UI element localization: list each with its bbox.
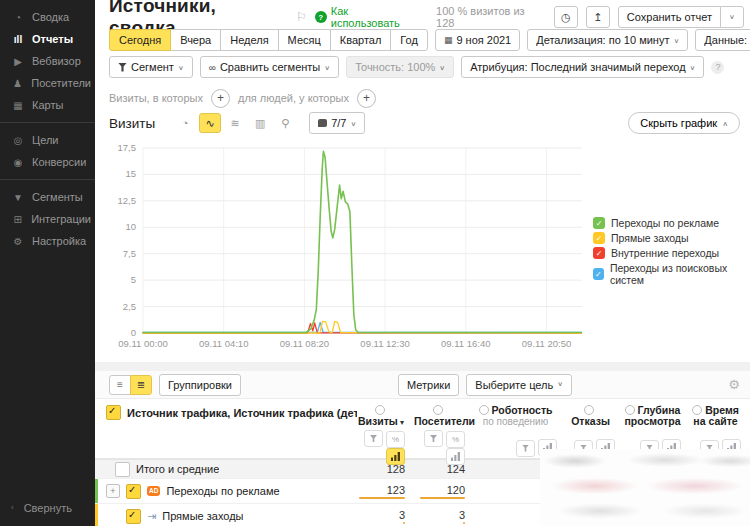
metric-radio-icon[interactable] — [433, 405, 443, 415]
legend-checkbox-icon[interactable] — [593, 232, 605, 244]
column-header-1[interactable]: Визиты ▾ — [357, 405, 414, 428]
goal-select-button[interactable]: Выберите цель ∨ — [466, 374, 572, 396]
filter-funnel-icon[interactable] — [516, 440, 535, 457]
funnel-icon — [118, 63, 127, 72]
filter-funnel-icon[interactable] — [364, 430, 383, 447]
metrics-button[interactable]: Метрики — [398, 374, 459, 396]
annotations-button[interactable]: 7/7 ∨ — [309, 112, 365, 134]
legend-item[interactable]: Внутренние переходы — [593, 247, 750, 259]
cell-1: 3 — [357, 509, 414, 524]
metric-radio-icon[interactable] — [692, 405, 702, 415]
report-icon: ıll — [11, 34, 25, 45]
line-chart-icon[interactable]: ∿ — [199, 113, 221, 133]
row-label-cell: ⇥Прямые заходы — [98, 509, 357, 524]
legend-checkbox-icon[interactable] — [593, 217, 605, 229]
column-header-4[interactable]: Отказы — [566, 405, 624, 427]
dimension-header-label: Источник трафика, Источник трафика (дета… — [127, 407, 357, 419]
sidebar-item-visitors[interactable]: ♟Посетители — [0, 72, 95, 94]
sidebar-item-report[interactable]: ıllОтчеты — [0, 28, 95, 50]
sidebar-item-segments[interactable]: ▼Сегменты — [0, 186, 95, 208]
tab-квартал[interactable]: Квартал — [330, 29, 392, 51]
column-header-2[interactable]: Посетители — [414, 405, 474, 427]
direct-visits-icon: ⇥ — [147, 510, 156, 523]
filter-funnel-icon[interactable] — [424, 430, 443, 447]
area-chart-icon[interactable]: ≋ — [224, 113, 246, 133]
blurred-metrics-region — [540, 449, 750, 526]
tab-сегодня[interactable]: Сегодня — [109, 29, 171, 51]
legend-label: Внутренние переходы — [611, 247, 719, 259]
column-header-5[interactable]: Глубина просмотра — [624, 405, 690, 427]
percent-icon[interactable]: % — [386, 431, 405, 448]
metric-radio-icon[interactable] — [625, 405, 635, 415]
metric-radio-icon[interactable] — [479, 405, 489, 415]
metric-radio-icon[interactable] — [584, 405, 594, 415]
pie-chart-icon[interactable]: ◔ — [174, 113, 196, 133]
sidebar-item-conversions[interactable]: ◉Конверсии — [0, 151, 95, 173]
data-mode-select[interactable]: Данные: с роботами ∨ — [695, 29, 750, 51]
tab-вчера[interactable]: Вчера — [170, 29, 221, 51]
column-header-6[interactable]: Время на сайте — [690, 405, 750, 427]
select-all-checkbox[interactable] — [106, 405, 121, 420]
legend-item[interactable]: Переходы по рекламе — [593, 217, 750, 229]
export-button[interactable]: ↥ — [586, 6, 610, 28]
sidebar-item-goals[interactable]: ◎Цели — [0, 129, 95, 151]
row-checkbox[interactable] — [115, 462, 130, 477]
how-to-use-link[interactable]: ? Как использовать — [315, 5, 420, 29]
table-settings-gear-icon[interactable]: ⚙ — [728, 377, 740, 392]
tree-view-button[interactable]: ≣ — [130, 375, 152, 395]
tab-неделя[interactable]: Неделя — [220, 29, 278, 51]
sort-desc-icon: ▾ — [398, 418, 404, 427]
segment-button[interactable]: Сегмент ∨ — [109, 56, 193, 78]
sidebar-item-gauge[interactable]: ◔Сводка — [0, 6, 95, 28]
detail-select[interactable]: Детализация: по 10 минут ∨ — [527, 29, 688, 51]
schedule-clock-button[interactable]: ◷ — [554, 6, 578, 28]
row-checkbox[interactable] — [126, 509, 141, 524]
help-badge-icon: ? — [315, 11, 327, 23]
compare-segments-button[interactable]: ∞ Сравнить сегменты ∨ — [200, 56, 339, 78]
tab-год[interactable]: Год — [390, 29, 428, 51]
flat-list-view-button[interactable]: ≡ — [109, 375, 131, 395]
sidebar-collapse-button[interactable]: ‹ Свернуть — [11, 502, 72, 514]
accuracy-select[interactable]: Точность: 100% ∨ — [346, 56, 454, 78]
pin-chart-icon[interactable]: ⚲ — [274, 113, 296, 133]
segments-icon: ▼ — [11, 192, 25, 203]
chevron-up-icon: ∧ — [722, 119, 728, 126]
add-people-filter-button[interactable]: + — [357, 89, 376, 108]
column-header-3[interactable]: Роботностьпо поведению — [474, 405, 566, 427]
sidebar-item-integrations[interactable]: ⊞Интеграции — [0, 208, 95, 230]
row-checkbox[interactable] — [126, 484, 141, 499]
legend-checkbox-icon[interactable] — [593, 268, 604, 280]
save-report-dropdown-button[interactable]: ∨ — [720, 6, 744, 28]
groupings-button[interactable]: Группировки — [159, 374, 241, 396]
expand-button[interactable]: + — [106, 484, 120, 498]
svg-text:2,5: 2,5 — [123, 301, 136, 312]
sidebar-item-maps[interactable]: ▦Карты — [0, 94, 95, 116]
sidebar: ◔СводкаıllОтчеты▶Вебвизор♟Посетители▦Кар… — [0, 0, 95, 526]
annotations-count: 7/7 — [331, 117, 346, 129]
legend-checkbox-icon[interactable] — [593, 247, 605, 259]
how-to-use-label: Как использовать — [331, 5, 420, 29]
attribution-select[interactable]: Атрибуция: Последний значимый переход ∨ — [461, 56, 704, 78]
bookmark-icon[interactable]: ⚐ — [296, 10, 307, 24]
svg-text:09.11 16:40: 09.11 16:40 — [441, 338, 490, 349]
sidebar-divider — [0, 179, 95, 180]
save-report-button[interactable]: Сохранить отчет — [618, 6, 721, 28]
metric-radio-icon[interactable] — [375, 405, 385, 415]
sidebar-item-settings[interactable]: ⚙Настройка — [0, 230, 95, 252]
metric-name: Визиты ▾ — [357, 405, 405, 428]
tab-месяц[interactable]: Месяц — [278, 29, 331, 51]
legend-item[interactable]: Прямые заходы — [593, 232, 750, 244]
info-icon[interactable]: ? — [711, 61, 724, 74]
date-picker-button[interactable]: ▦ 9 ноя 2021 — [435, 29, 520, 51]
sidebar-item-label: Настройка — [32, 235, 86, 247]
columns-chart-icon[interactable]: ▥ — [249, 113, 271, 133]
legend-item[interactable]: Переходы из поисковых систем — [593, 262, 750, 286]
sidebar-divider — [0, 122, 95, 123]
hide-chart-button[interactable]: Скрыть график ∧ — [628, 112, 740, 134]
ad-badge-icon: AD — [147, 486, 160, 496]
segment-label: Сегмент — [131, 61, 174, 73]
sidebar-item-play[interactable]: ▶Вебвизор — [0, 50, 95, 72]
percent-icon[interactable]: % — [446, 431, 465, 448]
view-switcher: ≡ ≣ — [109, 375, 152, 395]
add-visits-filter-button[interactable]: + — [211, 89, 230, 108]
